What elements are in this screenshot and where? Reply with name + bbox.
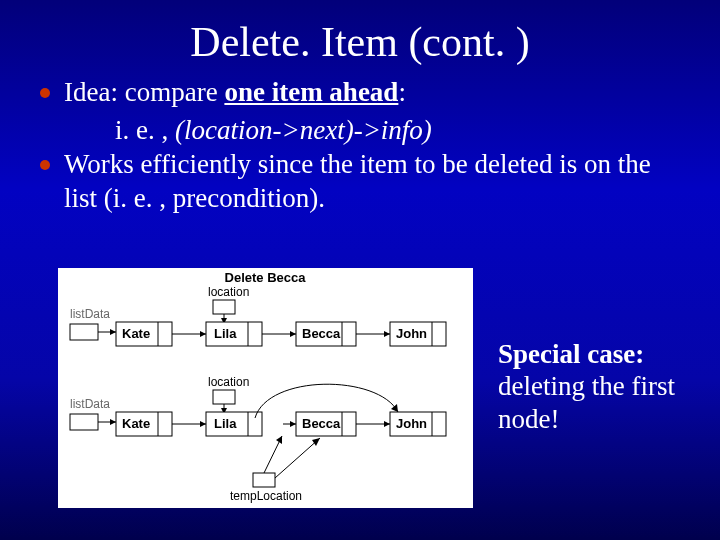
svg-marker-17 [384,331,390,337]
svg-marker-29 [200,421,206,427]
bullet-dot-icon [40,88,50,98]
special-case-note: Special case: deleting the first node! [498,338,703,435]
bullet-1-text: Idea: compare one item ahead: [64,76,680,110]
svg-marker-22 [110,419,116,425]
location-label-bottom: location [208,375,249,389]
bullet-2-text: Works efficiently since the item to be d… [64,148,680,216]
location-label-top: location [208,285,249,299]
bullet-dot-icon [40,160,50,170]
bullet-1-suffix: : [398,77,406,107]
svg-line-44 [275,438,320,478]
node-john-2: John [396,416,427,431]
node-lila-1: Lila [214,326,237,341]
svg-marker-2 [110,329,116,335]
indent-prefix: i. e. , [115,115,175,145]
svg-rect-3 [213,300,235,314]
indent-line: i. e. , (location->next)->info) [40,114,680,146]
bullet-1: Idea: compare one item ahead: [40,76,680,110]
node-kate-2: Kate [122,416,150,431]
special-case-rest: deleting the first node! [498,371,675,433]
svg-marker-45 [312,438,320,446]
node-kate-1: Kate [122,326,150,341]
diagram-figure: Delete Becca listData location Kate [58,268,473,508]
node-becca-2: Becca [302,416,341,431]
bullet-1-prefix: Idea: compare [64,77,224,107]
diagram-caption: Delete Becca [225,270,307,285]
list-data-label-bottom: listData [70,397,110,411]
svg-rect-41 [253,473,275,487]
indent-italic: (location->next)->info) [175,115,432,145]
temp-location-label: tempLocation [230,489,302,503]
svg-marker-13 [290,331,296,337]
bullet-1-bold: one item ahead [224,77,398,107]
node-becca-1: Becca [302,326,341,341]
svg-marker-9 [200,331,206,337]
special-case-bold: Special case: [498,339,644,369]
svg-rect-0 [70,324,98,340]
svg-rect-23 [213,390,235,404]
bullet-2: Works efficiently since the item to be d… [40,148,680,216]
row2: Kate Lila Becca John [70,384,446,503]
svg-marker-40 [391,404,398,412]
linked-list-diagram-svg: Delete Becca listData location Kate [58,268,473,508]
node-john-1: John [396,326,427,341]
list-data-label-top: listData [70,307,110,321]
svg-marker-37 [290,421,296,427]
svg-rect-20 [70,414,98,430]
slide-title: Delete. Item (cont. ) [0,0,720,66]
svg-marker-35 [384,421,390,427]
row1: Kate Lila Becca John [70,300,446,346]
node-lila-2: Lila [214,416,237,431]
content-area: Idea: compare one item ahead: i. e. , (l… [0,66,720,216]
slide: Delete. Item (cont. ) Idea: compare one … [0,0,720,540]
